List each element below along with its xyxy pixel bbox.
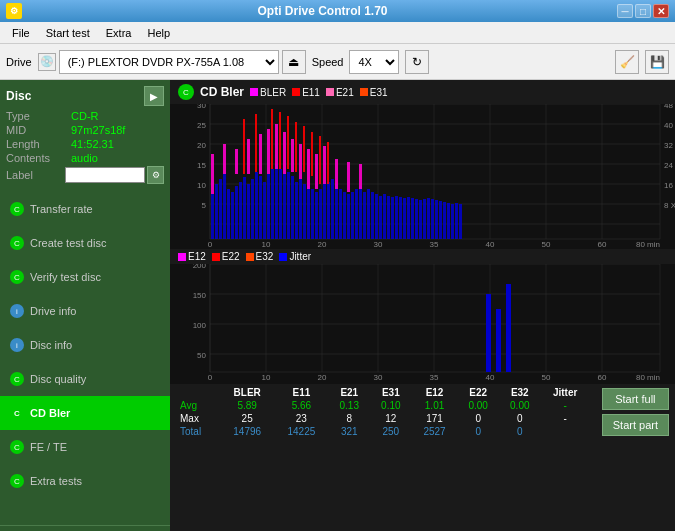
svg-text:60: 60 [598, 373, 607, 382]
toolbar: Drive 💿 (F:) PLEXTOR DVDR PX-755A 1.08 ⏏… [0, 44, 675, 80]
svg-rect-106 [327, 142, 329, 184]
svg-text:40: 40 [486, 240, 495, 249]
refresh-button[interactable]: ↻ [405, 50, 429, 74]
svg-rect-40 [299, 179, 302, 239]
legend-e21-dot [326, 88, 334, 96]
menu-file[interactable]: File [4, 25, 38, 41]
svg-rect-21 [223, 174, 226, 239]
stats-table: BLER E11 E21 E31 E12 E22 E32 Jitter Avg [176, 386, 590, 438]
svg-rect-97 [243, 119, 245, 174]
save-button[interactable]: 💾 [645, 50, 669, 74]
stats-max-row: Max 25 23 8 12 171 0 0 - [176, 412, 590, 425]
title-bar: ⚙ Opti Drive Control 1.70 ─ □ ✕ [0, 0, 675, 22]
svg-text:32 X: 32 X [664, 141, 675, 150]
top-chart-svg: 30 25 20 15 10 5 48 X 40 X 32 X 24 X 16 … [170, 104, 675, 249]
svg-rect-64 [395, 196, 398, 239]
minimize-button[interactable]: ─ [617, 4, 633, 18]
svg-rect-101 [287, 116, 289, 169]
sidebar-item-verify-test-disc[interactable]: C Verify test disc [0, 260, 170, 294]
svg-rect-93 [323, 146, 326, 184]
sidebar-item-extra-tests[interactable]: C Extra tests [0, 464, 170, 498]
svg-rect-66 [403, 198, 406, 239]
avg-e11: 5.66 [274, 399, 328, 412]
max-e11: 23 [274, 412, 328, 425]
chart-title: CD Bler [200, 85, 244, 99]
start-full-button[interactable]: Start full [602, 388, 669, 410]
mid-label: MID [6, 124, 71, 136]
eject-button[interactable]: ⏏ [282, 50, 306, 74]
svg-rect-19 [215, 184, 218, 239]
verify-test-disc-icon: C [10, 270, 24, 284]
total-bler: 14796 [220, 425, 274, 438]
svg-rect-144 [496, 309, 501, 372]
label-label: Label [6, 169, 65, 181]
svg-rect-42 [307, 186, 310, 239]
type-label: Type [6, 110, 71, 122]
svg-rect-86 [267, 129, 270, 174]
legend-e11: E11 [292, 87, 320, 98]
eraser-button[interactable]: 🧹 [615, 50, 639, 74]
start-part-button[interactable]: Start part [602, 414, 669, 436]
total-e11: 14225 [274, 425, 328, 438]
svg-text:0: 0 [208, 373, 213, 382]
close-button[interactable]: ✕ [653, 4, 669, 18]
bottom-chart: 200 150 100 50 0 10 20 30 35 40 50 60 80… [170, 264, 675, 384]
disc-nav-button[interactable]: ▶ [144, 86, 164, 106]
sidebar-item-create-test-disc[interactable]: C Create test disc [0, 226, 170, 260]
avg-bler: 5.89 [220, 399, 274, 412]
speed-label: Speed [312, 56, 344, 68]
svg-rect-52 [347, 194, 350, 239]
svg-rect-68 [411, 198, 414, 239]
sidebar-item-cd-bler[interactable]: C CD Bler [0, 396, 170, 430]
label-input[interactable] [65, 167, 145, 183]
svg-rect-80 [459, 204, 462, 239]
stats-header-e12: E12 [412, 386, 458, 399]
label-gear-button[interactable]: ⚙ [147, 166, 164, 184]
sidebar-item-transfer-rate[interactable]: C Transfer rate [0, 192, 170, 226]
status-window-button[interactable]: Status window >> [0, 525, 170, 531]
svg-rect-95 [347, 162, 350, 192]
svg-rect-69 [415, 199, 418, 239]
speed-selector[interactable]: 4X [349, 50, 399, 74]
sidebar-nav: C Transfer rate C Create test disc C Ver… [0, 192, 170, 525]
avg-e21: 0.13 [328, 399, 370, 412]
menu-help[interactable]: Help [139, 25, 178, 41]
sidebar-item-disc-info[interactable]: i Disc info [0, 328, 170, 362]
svg-rect-34 [275, 164, 278, 239]
menu-extra[interactable]: Extra [98, 25, 140, 41]
svg-rect-22 [227, 189, 230, 239]
total-e32: 0 [499, 425, 541, 438]
sidebar-item-disc-quality[interactable]: C Disc quality [0, 362, 170, 396]
stats-table-container: BLER E11 E21 E31 E12 E22 E32 Jitter Avg [170, 384, 596, 440]
sidebar-item-drive-info[interactable]: i Drive info [0, 294, 170, 328]
svg-text:35: 35 [430, 240, 439, 249]
svg-rect-26 [243, 177, 246, 239]
create-test-disc-icon: C [10, 236, 24, 250]
maximize-button[interactable]: □ [635, 4, 651, 18]
svg-rect-44 [315, 192, 318, 239]
transfer-rate-icon: C [10, 202, 24, 216]
legend-e12: E12 [178, 251, 206, 262]
contents-label: Contents [6, 152, 71, 164]
svg-rect-76 [443, 202, 446, 239]
svg-rect-90 [299, 144, 302, 179]
svg-text:200: 200 [193, 264, 207, 270]
svg-rect-23 [231, 192, 234, 239]
svg-text:80 min: 80 min [636, 373, 660, 382]
svg-text:48 X: 48 X [664, 104, 675, 110]
max-bler: 25 [220, 412, 274, 425]
disc-info-icon: i [10, 338, 24, 352]
svg-rect-99 [271, 109, 273, 169]
legend-jitter: Jitter [279, 251, 311, 262]
svg-rect-67 [407, 197, 410, 239]
menu-start-test[interactable]: Start test [38, 25, 98, 41]
drive-selector[interactable]: (F:) PLEXTOR DVDR PX-755A 1.08 [59, 50, 279, 74]
app-title: Opti Drive Control 1.70 [28, 4, 617, 18]
svg-rect-45 [319, 189, 322, 239]
drive-label: Drive [6, 56, 32, 68]
stats-header-bler: BLER [220, 386, 274, 399]
stats-header-e21: E21 [328, 386, 370, 399]
sidebar-item-fe-te[interactable]: C FE / TE [0, 430, 170, 464]
svg-rect-29 [255, 172, 258, 239]
svg-rect-35 [279, 169, 282, 239]
